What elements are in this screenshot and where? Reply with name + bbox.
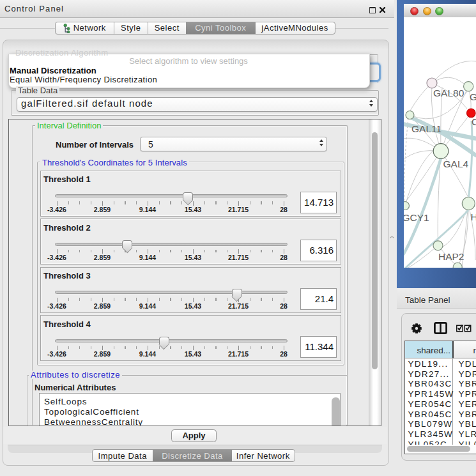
svg-text:GAL4: GAL4 — [443, 158, 468, 169]
svg-text:G.: G. — [470, 91, 476, 102]
svg-text:C: C — [472, 116, 476, 127]
svg-text:GCY1: GCY1 — [404, 212, 429, 223]
svg-text:H: H — [470, 211, 476, 222]
svg-text:HAP2: HAP2 — [438, 251, 464, 262]
svg-text:GAL80: GAL80 — [433, 88, 464, 98]
svg-text:GAL11: GAL11 — [411, 123, 441, 134]
